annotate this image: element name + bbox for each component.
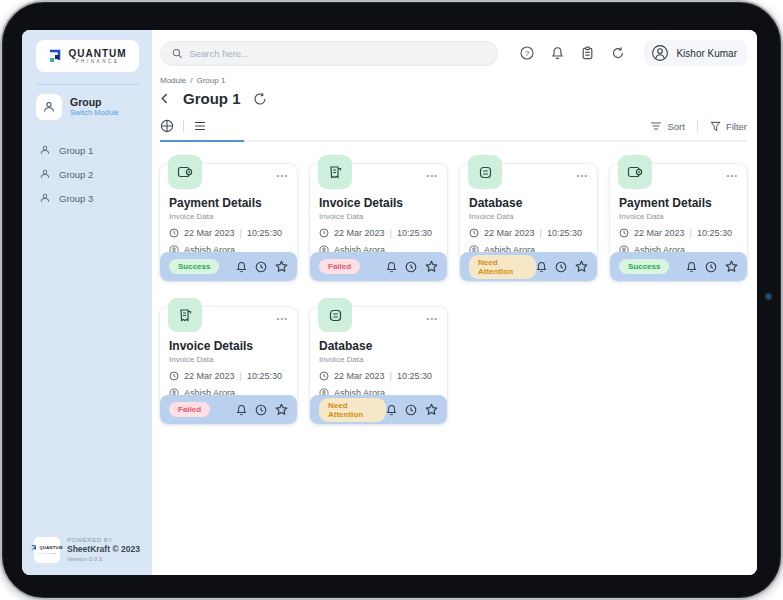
list-view-button[interactable] [193,120,207,132]
chevron-left-icon [160,93,169,104]
brand-subname: PHINANCE [75,59,119,65]
bell-icon [386,404,397,416]
database-icon [478,165,493,180]
payment-icon [627,165,643,179]
card-favorite-button[interactable] [275,403,288,416]
page-title: Group 1 [183,90,241,107]
datetime-separator: | [240,371,242,381]
card-more-button[interactable]: ••• [427,174,438,178]
sidebar-item-group-2[interactable]: Group 2 [22,162,152,186]
process-card-1[interactable]: ••• Payment Details Invoice Data 22 Mar … [160,164,297,281]
card-type-tile [468,155,502,189]
card-favorite-button[interactable] [725,260,738,273]
card-more-button[interactable]: ••• [427,317,438,321]
card-notify-button[interactable] [236,404,247,416]
cards-grid: ••• Payment Details Invoice Data 22 Mar … [160,164,747,424]
sidebar-item-label: Group 2 [59,169,93,180]
card-schedule-button[interactable] [255,404,267,416]
card-notify-button[interactable] [236,261,247,273]
tab-underline [160,140,747,142]
card-more-button[interactable]: ••• [277,317,288,321]
tasks-button[interactable] [581,46,594,60]
notifications-button[interactable] [551,46,564,60]
card-notify-button[interactable] [386,404,397,416]
process-card-4[interactable]: ••• Payment Details Invoice Data 22 Mar … [610,164,747,281]
card-favorite-button[interactable] [425,403,438,416]
card-type-tile [318,155,352,189]
card-date: 22 Mar 2023 [184,371,235,381]
card-notify-button[interactable] [686,261,697,273]
process-card-5[interactable]: ••• Invoice Details Invoice Data 22 Mar … [160,307,297,424]
sidebar-item-group-3[interactable]: Group 3 [22,186,152,210]
user-menu[interactable]: Kishor Kumar [644,40,747,66]
brand-logo-icon [48,49,63,64]
card-time: 10:25:30 [397,228,432,238]
clock-icon [319,228,329,238]
card-type-tile [318,298,352,332]
refresh-button[interactable] [253,92,267,106]
switch-module-link[interactable]: Switch Module [70,108,119,118]
card-schedule-button[interactable] [555,261,567,273]
database-icon [328,308,343,323]
card-footer: Failed [310,252,447,281]
clock-icon [319,371,329,381]
status-badge: Success [619,259,669,274]
card-schedule-button[interactable] [255,261,267,273]
card-more-button[interactable]: ••• [577,174,588,178]
breadcrumb-current[interactable]: Group 1 [196,76,225,85]
filter-button[interactable]: Filter [710,121,747,132]
help-button[interactable]: ? [520,46,534,60]
card-notify-button[interactable] [386,261,397,273]
user-name: Kishor Kumar [676,48,737,59]
search-box[interactable] [160,41,498,66]
sort-label: Sort [667,121,684,132]
tablet-frame: QUANTUM PHINANCE Group Switch Module [0,0,783,600]
card-favorite-button[interactable] [275,260,288,273]
process-card-2[interactable]: ••• Invoice Details Invoice Data 22 Mar … [310,164,447,281]
camera-dot [766,294,771,299]
back-button[interactable] [160,93,169,104]
star-icon [425,260,438,273]
card-datetime-row: 22 Mar 2023 | 10:25:30 [169,228,288,238]
card-date: 22 Mar 2023 [334,371,385,381]
card-datetime-row: 22 Mar 2023 | 10:25:30 [469,228,588,238]
datetime-separator: | [390,371,392,381]
process-card-3[interactable]: ••• Database Invoice Data 22 Mar 2023 | … [460,164,597,281]
card-schedule-button[interactable] [705,261,717,273]
card-favorite-button[interactable] [425,260,438,273]
bell-icon [536,261,547,273]
card-footer: Failed [160,395,297,424]
card-type-tile [168,155,202,189]
sidebar-group-list: Group 1 Group 2 Group 3 [22,138,152,210]
card-more-button[interactable]: ••• [727,174,738,178]
sort-icon [650,121,662,131]
card-subtitle: Invoice Data [319,212,438,221]
view-toggles [160,119,207,133]
card-schedule-button[interactable] [405,404,417,416]
card-type-tile [168,298,202,332]
avatar-icon [651,44,669,62]
card-title: Database [469,196,588,210]
breadcrumb-module[interactable]: Module [160,76,186,85]
card-datetime-row: 22 Mar 2023 | 10:25:30 [169,371,288,381]
card-time: 10:25:30 [697,228,732,238]
grid-view-button[interactable] [160,119,174,133]
sort-button[interactable]: Sort [650,121,684,132]
card-footer: Success [160,252,297,281]
brand-logo: QUANTUM PHINANCE [36,40,139,72]
card-notify-button[interactable] [536,261,547,273]
card-more-button[interactable]: ••• [277,174,288,178]
sidebar-item-group-1[interactable]: Group 1 [22,138,152,162]
process-card-6[interactable]: ••• Database Invoice Data 22 Mar 2023 | … [310,307,447,424]
history-button[interactable] [611,46,625,60]
card-schedule-button[interactable] [405,261,417,273]
group-icon [39,168,51,180]
star-icon [725,260,738,273]
help-icon: ? [520,46,534,60]
bell-icon [551,46,564,60]
clock-icon [405,261,417,273]
svg-text:?: ? [525,49,530,58]
search-input[interactable] [189,48,486,59]
card-favorite-button[interactable] [575,260,588,273]
sidebar-module-switcher[interactable]: Group Switch Module [22,85,152,129]
